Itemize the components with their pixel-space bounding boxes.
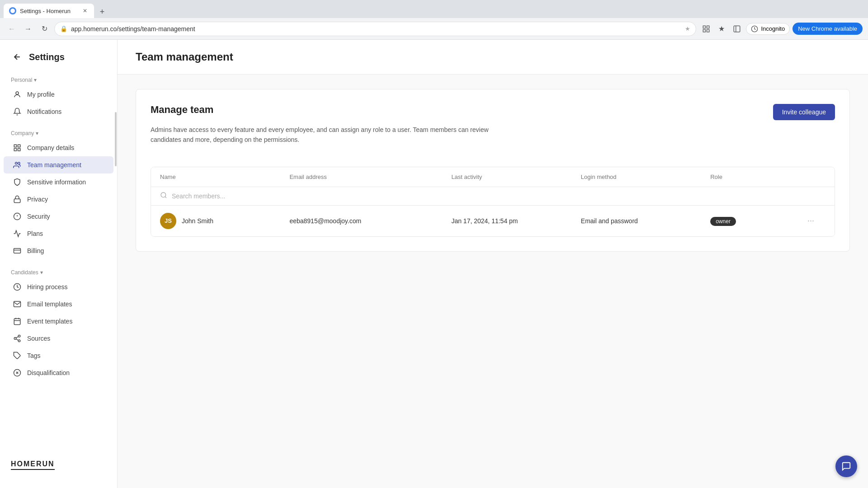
svg-rect-16	[14, 249, 21, 253]
col-name: Name	[160, 174, 289, 180]
svg-point-7	[16, 92, 19, 94]
hiring-process-label: Hiring process	[27, 283, 67, 291]
sidebar-item-tags[interactable]: Tags	[4, 347, 113, 364]
billing-icon	[13, 246, 22, 255]
manage-team-card: Manage team Admins have access to every …	[136, 89, 850, 252]
sidebar-item-disqualification[interactable]: Disqualification	[4, 364, 113, 381]
security-icon	[13, 212, 22, 221]
my-profile-label: My profile	[27, 91, 55, 98]
toolbar-icons: ★ Incognito New Chrome available	[700, 23, 863, 35]
forward-button[interactable]: →	[22, 23, 34, 35]
sidebar-item-billing[interactable]: Billing	[4, 242, 113, 259]
sources-label: Sources	[27, 335, 50, 342]
svg-line-27	[16, 337, 18, 338]
new-chrome-button[interactable]: New Chrome available	[793, 23, 863, 35]
back-button[interactable]: ←	[5, 23, 18, 35]
hiring-process-icon	[13, 282, 22, 291]
col-login-method: Login method	[581, 174, 710, 180]
svg-point-24	[14, 338, 16, 340]
sidebar-item-company-details[interactable]: Company details	[4, 139, 113, 156]
bookmark-icon[interactable]: ★	[715, 23, 728, 35]
incognito-button[interactable]: Incognito	[746, 23, 790, 35]
user-role: owner	[710, 217, 807, 225]
tab-favicon	[9, 7, 16, 14]
invite-colleague-button[interactable]: Invite colleague	[773, 104, 835, 120]
sidebar-item-sensitive-information[interactable]: Sensitive information	[4, 174, 113, 191]
card-title: Manage team	[151, 104, 512, 116]
plans-icon	[13, 229, 22, 238]
tags-label: Tags	[27, 352, 41, 359]
extensions-icon[interactable]	[700, 23, 712, 35]
user-email: eeba8915@moodjoy.com	[289, 217, 451, 225]
content-area: Manage team Admins have access to every …	[118, 75, 868, 266]
logo-text: HOMERUN	[11, 460, 55, 470]
svg-rect-1	[703, 26, 706, 28]
sidebar-item-plans[interactable]: Plans	[4, 225, 113, 242]
card-header-row: Manage team Admins have access to every …	[151, 104, 835, 156]
svg-point-25	[18, 340, 20, 342]
browser-title-bar: Settings - Homerun ✕ +	[0, 0, 868, 18]
company-section-label: Company ▾	[0, 127, 117, 139]
incognito-label: Incognito	[761, 25, 785, 32]
svg-rect-5	[734, 26, 741, 32]
row-more-button[interactable]: ···	[807, 216, 826, 225]
user-name: John Smith	[182, 217, 213, 225]
svg-rect-10	[14, 149, 16, 151]
svg-line-26	[16, 339, 18, 340]
sources-icon	[13, 334, 22, 343]
main-content: Team management Manage team Admins have …	[118, 40, 868, 488]
address-bar[interactable]: 🔒 app.homerun.co/settings/team-managemen…	[54, 22, 696, 36]
personal-section-label: Personal ▾	[0, 74, 117, 86]
table-header: Name Email address Last activity Login m…	[151, 167, 835, 187]
sidebar-item-sources[interactable]: Sources	[4, 330, 113, 347]
search-members-input[interactable]	[172, 192, 826, 200]
sensitive-information-icon	[13, 178, 22, 187]
event-templates-icon	[13, 317, 22, 326]
card-description: Admins have access to every feature and …	[151, 125, 512, 145]
browser-toolbar: ← → ↻ 🔒 app.homerun.co/settings/team-man…	[0, 18, 868, 40]
sidebar-item-team-management[interactable]: Team management	[4, 156, 113, 174]
chat-button[interactable]	[835, 455, 857, 477]
sidebar-item-security[interactable]: Security	[4, 208, 113, 225]
sidebar-item-my-profile[interactable]: My profile	[4, 86, 113, 103]
tab-title: Settings - Homerun	[20, 8, 78, 14]
svg-rect-2	[707, 26, 709, 28]
svg-rect-11	[18, 149, 20, 151]
email-templates-icon	[13, 300, 22, 309]
billing-label: Billing	[27, 247, 44, 254]
sidebar-item-hiring-process[interactable]: Hiring process	[4, 278, 113, 296]
reload-button[interactable]: ↻	[38, 23, 51, 35]
notifications-label: Notifications	[27, 108, 61, 115]
col-role: Role	[710, 174, 807, 180]
members-table: Name Email address Last activity Login m…	[151, 167, 835, 237]
card-text-block: Manage team Admins have access to every …	[151, 104, 512, 156]
company-section: Company ▾ Company details Team managemen…	[0, 124, 117, 263]
sidebar-logo: HOMERUN	[0, 451, 117, 479]
sidebar-item-email-templates[interactable]: Email templates	[4, 296, 113, 313]
sidebar-item-notifications[interactable]: Notifications	[4, 103, 113, 120]
security-label: Security	[27, 213, 50, 220]
sidebar-item-event-templates[interactable]: Event templates	[4, 313, 113, 330]
candidates-section: Candidates ▾ Hiring process Email templa…	[0, 263, 117, 385]
new-tab-button[interactable]: +	[96, 5, 108, 18]
browser-tab[interactable]: Settings - Homerun ✕	[4, 4, 94, 18]
sidebar-toggle-icon[interactable]	[731, 23, 743, 35]
svg-point-0	[10, 9, 15, 13]
personal-section: Personal ▾ My profile Notifications	[0, 70, 117, 124]
email-templates-label: Email templates	[27, 300, 72, 308]
privacy-icon	[13, 195, 22, 204]
disqualification-icon	[13, 368, 22, 377]
back-to-app-button[interactable]	[11, 51, 24, 63]
sidebar: Settings Personal ▾ My profile	[0, 40, 118, 488]
sidebar-item-privacy[interactable]: Privacy	[4, 191, 113, 208]
notifications-icon	[13, 107, 22, 116]
url-text: app.homerun.co/settings/team-management	[71, 25, 681, 33]
svg-point-13	[18, 162, 20, 164]
tags-icon	[13, 351, 22, 360]
tab-close-button[interactable]: ✕	[81, 7, 89, 14]
team-management-icon	[13, 160, 22, 169]
user-last-activity: Jan 17, 2024, 11:54 pm	[451, 217, 580, 225]
svg-point-23	[18, 335, 20, 338]
col-last-activity: Last activity	[451, 174, 580, 180]
sidebar-scrollbar[interactable]	[114, 40, 117, 488]
